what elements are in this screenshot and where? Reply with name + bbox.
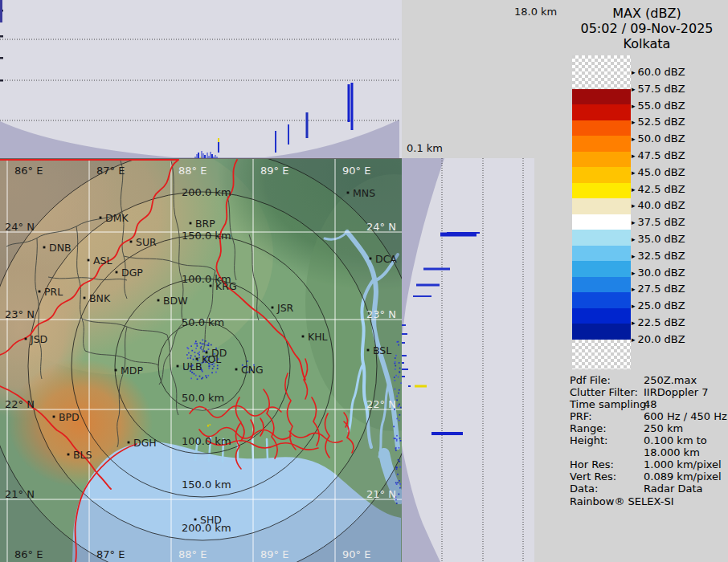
station-marker [39, 291, 41, 293]
station-label: BNK [89, 292, 111, 304]
echo-pixel [200, 348, 202, 349]
echo-pixel [395, 466, 397, 468]
colorband [572, 89, 631, 105]
station-marker [210, 285, 212, 287]
station-marker [100, 217, 102, 219]
metadata-label: Hor Res: [570, 458, 614, 470]
echo-pixel [195, 340, 197, 342]
scale-tick-arrow-icon: ▸ [632, 302, 636, 310]
scale-label-row: ▸50.0 dBZ [632, 132, 685, 145]
station-label: BPD [59, 411, 80, 423]
echo-pixel [200, 342, 202, 344]
echo-pixel [395, 355, 397, 356]
colorband [572, 308, 631, 324]
echo-pixel [399, 362, 400, 364]
echo-pixel [194, 352, 196, 353]
right-panel-gridlines [442, 158, 523, 562]
longitude-label: 86° E [14, 165, 43, 177]
echo-pixel [398, 377, 399, 378]
echo-pixel [399, 438, 401, 439]
station-label: JSR [276, 302, 294, 314]
station-marker [302, 336, 305, 338]
echo-pixel [195, 348, 197, 349]
echo-pixel [201, 346, 202, 348]
echo-pixel [399, 483, 401, 485]
scale-label: 25.0 dBZ [638, 299, 685, 312]
echo-bar [211, 152, 211, 158]
station-marker [128, 442, 130, 444]
longitude-label: 89° E [260, 165, 288, 177]
echo-pixel [190, 345, 192, 347]
station-label: SHD [200, 514, 222, 526]
echo-bar [402, 362, 404, 364]
station-label: BLS [73, 449, 92, 461]
metadata-label: Vert Res: [570, 470, 616, 483]
station-label: DGP [121, 267, 143, 279]
metadata-row: Vert Res:0.089 km/pixel [570, 470, 728, 483]
beam-coverage-mask-top [402, 158, 444, 339]
station-label: KHL [308, 331, 328, 343]
echo-pixel [190, 378, 192, 380]
station-marker [157, 299, 160, 302]
echo-pixel [207, 375, 209, 377]
scale-label: 20.0 dBZ [638, 333, 685, 345]
colorband [572, 277, 631, 293]
right-profile-plot [402, 158, 534, 562]
scale-tick-arrow-icon: ▸ [632, 285, 636, 293]
echo-pixel [399, 461, 400, 462]
scale-tick-arrow-icon: ▸ [632, 185, 636, 193]
colorband [572, 104, 631, 120]
echo-pixel [395, 483, 397, 484]
echo-pixel [395, 450, 397, 451]
station-label: DGH [133, 437, 157, 449]
station-label: MNS [353, 187, 375, 199]
metadata-label: Height: [570, 434, 607, 446]
metadata-label: PRF: [570, 410, 592, 422]
longitude-label: 90° E [342, 548, 370, 560]
top-profile-plot [0, 0, 402, 158]
scale-tick-arrow-icon: ▸ [632, 218, 636, 226]
scale-tick-arrow-icon: ▸ [632, 152, 636, 160]
echo-pixel [186, 354, 188, 356]
echo-pixel [395, 365, 396, 367]
range-ring-label: 100.0 km [182, 435, 231, 447]
echo-bar [351, 83, 354, 130]
station-marker [67, 454, 70, 456]
scale-label: 47.5 dBZ [638, 149, 685, 161]
echo-pixel [206, 344, 207, 346]
station-marker [272, 307, 274, 309]
echo-pixel [395, 375, 397, 377]
station-marker [43, 246, 46, 249]
station-marker [53, 416, 55, 418]
latitude-label: 23° N [5, 308, 35, 320]
colorband [572, 198, 631, 214]
echo-bar [348, 84, 350, 122]
range-ring-label: 50.0 km [182, 316, 224, 328]
echo-pixel [399, 494, 400, 495]
range-ring-label: 150.0 km [182, 230, 231, 242]
station-label: KOL [202, 353, 221, 365]
echo-bar [402, 355, 407, 356]
echo-pixel [396, 399, 398, 401]
echo-pixel [196, 343, 198, 344]
echo-pixel [395, 363, 396, 364]
metadata-label: Time sampling: [570, 398, 650, 410]
echo-pixel [211, 372, 213, 373]
echo-pixel [397, 482, 399, 483]
scale-tick-arrow-icon: ▸ [632, 336, 636, 344]
scale-label: 40.0 dBZ [638, 199, 685, 211]
echo-pixel [395, 438, 396, 439]
echo-pixel [209, 424, 211, 426]
echo-pixel [186, 347, 188, 348]
echo-pixel [399, 414, 401, 416]
radar-display-window: 50.0 km50.0 km100.0 km100.0 km150.0 km15… [0, 0, 728, 562]
echo-pixel [395, 380, 396, 381]
min-height-label: 0.1 km [407, 142, 443, 154]
scale-label-row: ▸22.5 dBZ [632, 316, 685, 329]
scale-label-row: ▸52.5 dBZ [632, 116, 685, 128]
echo-pixel [399, 372, 400, 373]
product-name: MAX (dBZ) [566, 6, 727, 21]
echo-pixel [400, 440, 402, 442]
metadata-row: Range:250 km [570, 422, 728, 434]
echo-pixel [208, 348, 210, 350]
